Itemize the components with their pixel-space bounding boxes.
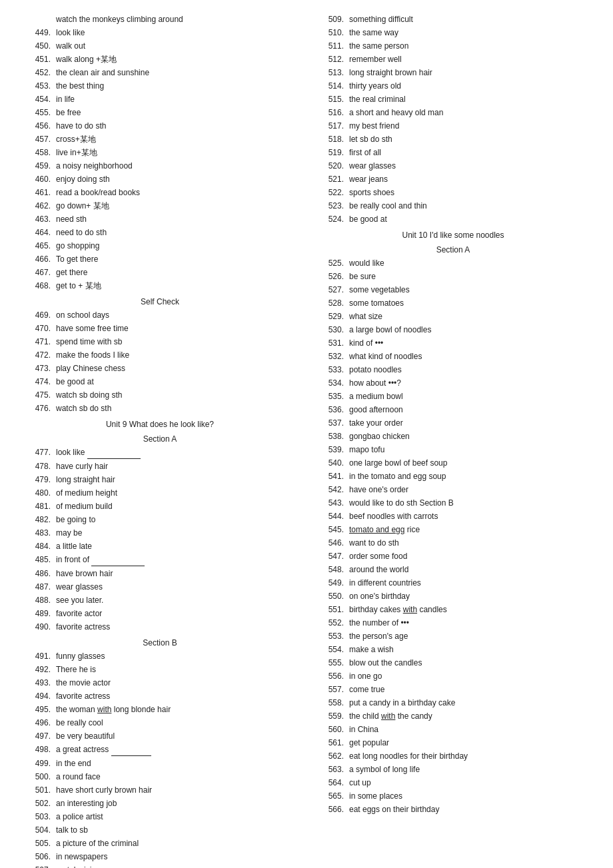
list-item: 528.some tomatoes	[320, 297, 586, 309]
list-item: 491.funny glasses	[27, 650, 293, 662]
list-item: 451.walk along +某地	[27, 53, 293, 65]
list-item: 464.need to do sth	[27, 226, 293, 238]
list-item: 499.in the end	[27, 757, 293, 769]
list-item: 509.something difficult	[320, 13, 586, 25]
unit10-header: Unit 10 I'd like some noodles	[320, 230, 586, 240]
list-item: 482.be going to	[27, 514, 293, 526]
list-item: 466.To get there	[27, 253, 293, 265]
list-item: 542.have one's order	[320, 484, 586, 496]
list-item: 457.cross+某地	[27, 133, 293, 145]
list-item: 562.eat long noodles for their birthday	[320, 750, 586, 762]
list-item: 481.of medium build	[27, 500, 293, 512]
list-item: 527.some vegetables	[320, 284, 586, 296]
list-item: 475.watch sb doing sth	[27, 389, 293, 401]
list-item: 565.in some places	[320, 790, 586, 802]
list-item: 452.the clean air and sunshine	[27, 67, 293, 79]
list-item: 536.good afternoon	[320, 404, 586, 416]
list-item: 566.eat eggs on their birthday	[320, 803, 586, 815]
list-item: 472.make the foods I like	[27, 349, 293, 361]
list-item: 468.get to + 某地	[27, 280, 293, 292]
list-item: 471.spend time with sb	[27, 336, 293, 348]
list-item: 519.first of all	[320, 147, 586, 159]
list-item: 522.sports shoes	[320, 187, 586, 199]
list-item: 534.how about •••?	[320, 377, 586, 389]
list-item: 560.in China	[320, 723, 586, 735]
list-item: 530.a large bowl of noodles	[320, 324, 586, 336]
unit9-header: Unit 9 What does he look like?	[27, 420, 293, 429]
list-item: 469.on school days	[27, 309, 293, 321]
list-item: 556.in one go	[320, 670, 586, 682]
list-item: 485.in front of	[27, 554, 293, 566]
list-item: 540.one large bowl of beef soup	[320, 457, 586, 469]
list-item: 498.a great actress	[27, 743, 293, 756]
list-item: 564.cut up	[320, 777, 586, 789]
list-item: 563.a symbol of long life	[320, 763, 586, 775]
self-check-entries: 469.on school days 470.have some free ti…	[27, 309, 293, 414]
list-item: 537.take your order	[320, 417, 586, 429]
list-item: 487.wear glasses	[27, 581, 293, 593]
list-item: 461.read a book/read books	[27, 187, 293, 199]
list-item: 548.around the world	[320, 564, 586, 576]
list-item: 478.have curly hair	[27, 460, 293, 472]
list-item: 450.walk out	[27, 40, 293, 52]
list-item: 515.the real criminal	[320, 93, 586, 105]
list-item: 465.go shopping	[27, 240, 293, 252]
list-item: 559.the child with the candy	[320, 710, 586, 722]
list-item: 479.long straight hair	[27, 474, 293, 486]
list-item: 506.in newspapers	[27, 851, 293, 863]
list-item: 541.in the tomato and egg soup	[320, 470, 586, 482]
list-item: 531.kind of •••	[320, 337, 586, 349]
list-item: 455.be free	[27, 107, 293, 119]
list-item: 517.my best friend	[320, 120, 586, 132]
list-item: 516.a short and heavy old man	[320, 107, 586, 119]
list-item: 504.talk to sb	[27, 824, 293, 836]
list-item: 480.of medium height	[27, 487, 293, 499]
list-item: 523.be really cool and thin	[320, 200, 586, 212]
list-item: 538.gongbao chicken	[320, 430, 586, 442]
list-item: 470.have some free time	[27, 322, 293, 334]
list-item: 474.be good at	[27, 376, 293, 388]
list-item: 550.on one's birthday	[320, 590, 586, 602]
list-item: 529.what size	[320, 310, 586, 322]
unit9-section-b-header: Section B	[27, 638, 293, 648]
list-item: 546.want to do sth	[320, 537, 586, 549]
list-item: 449.look like	[27, 27, 293, 39]
list-item: 490.favorite actress	[27, 621, 293, 633]
list-item: 511.the same person	[320, 40, 586, 52]
list-item: 463.need sth	[27, 213, 293, 225]
list-item: 524.be good at	[320, 213, 586, 225]
list-item: 489.favorite actor	[27, 608, 293, 620]
list-item: 505.a picture of the criminal	[27, 837, 293, 849]
list-item: 544.beef noodles with carrots	[320, 510, 586, 522]
list-item: 518.let sb do sth	[320, 133, 586, 145]
entries-509-524: 509.something difficult 510.the same way…	[320, 13, 586, 225]
list-item: 492.There he is	[27, 663, 293, 675]
list-item: 553.the person's age	[320, 630, 586, 642]
list-item: 510.the same way	[320, 27, 586, 39]
list-item: 558.put a candy in a birthday cake	[320, 697, 586, 709]
list-item: 547.order some food	[320, 550, 586, 562]
unit9-section-b-entries: 491.funny glasses 492.There he is 493.th…	[27, 650, 293, 868]
list-item: 456.have to do sth	[27, 120, 293, 132]
entries-449-468: 449.look like 450.walk out 451.walk alon…	[27, 27, 293, 292]
list-item: 497.be very beautiful	[27, 730, 293, 742]
list-item: 486.have brown hair	[27, 568, 293, 580]
list-item: 526.be sure	[320, 270, 586, 282]
list-item: 514.thirty years old	[320, 80, 586, 92]
list-item: 561.get popular	[320, 737, 586, 749]
list-item: 512.remember well	[320, 53, 586, 65]
list-item: 494.favorite actress	[27, 690, 293, 702]
right-column: 509.something difficult 510.the same way…	[320, 13, 586, 868]
list-item: 495.the woman with long blonde hair	[27, 703, 293, 715]
list-item: 476.watch sb do sth	[27, 402, 293, 414]
unit10-section-a-entries: 525.would like 526.be sure 527.some vege…	[320, 257, 586, 815]
list-item: 552.the number of •••	[320, 617, 586, 629]
list-item: 543.would like to do sth Section B	[320, 497, 586, 509]
left-column: watch the monkeys climbing around 449.lo…	[27, 13, 293, 868]
list-item: 525.would like	[320, 257, 586, 269]
list-item: 545.tomato and egg rice	[320, 524, 586, 536]
list-item: 513.long straight brown hair	[320, 67, 586, 79]
list-item: 493.the movie actor	[27, 677, 293, 689]
list-item: 496.be really cool	[27, 717, 293, 729]
list-item: 488.see you later.	[27, 594, 293, 606]
